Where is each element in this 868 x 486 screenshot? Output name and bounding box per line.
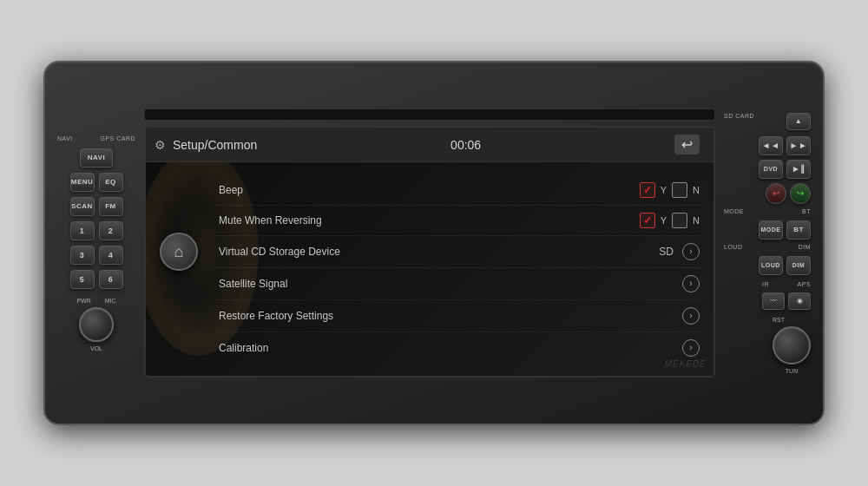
screen-title: Setup/Common xyxy=(173,138,257,152)
vcd-arrow-button[interactable]: › xyxy=(682,243,700,260)
ir-icon: 〰 xyxy=(770,297,777,305)
eject-button[interactable]: ▲ xyxy=(786,113,811,130)
right-top-labels: SD CARD ▲ xyxy=(724,113,811,130)
settings-icon: ⚙ xyxy=(155,138,166,152)
vcd-label: Virtual CD Storage Device xyxy=(219,246,659,258)
calibration-arrow-button[interactable]: › xyxy=(682,339,700,357)
dim-button[interactable]: DIM xyxy=(786,256,811,275)
satellite-arrow-button[interactable]: › xyxy=(682,275,700,292)
back-button[interactable]: ↩ xyxy=(674,135,700,154)
btn-row-menu-eq: MENU EQ xyxy=(57,173,135,192)
beep-y-checkbox[interactable]: ✓ xyxy=(640,182,655,198)
menu-button[interactable]: MENU xyxy=(70,173,95,192)
preset-4-button[interactable]: 4 xyxy=(99,246,123,265)
sd-card-label: SD CARD xyxy=(724,113,754,130)
preset-3-button[interactable]: 3 xyxy=(70,246,95,265)
btn-row-3-4: 3 4 xyxy=(57,246,135,265)
navi-label: NAVI xyxy=(57,135,73,141)
play-pause-button[interactable]: ►‖ xyxy=(786,160,811,179)
right-special: IR APS 〰 ◉ RST TUN xyxy=(762,281,811,374)
pwr-label: PWR xyxy=(76,298,90,304)
call-end-button[interactable]: ↩ xyxy=(766,183,786,204)
left-top-labels: NAVI GPS CARD xyxy=(57,135,135,141)
calibration-label: Calibration xyxy=(219,342,682,354)
preset-5-button[interactable]: 5 xyxy=(70,270,95,289)
menu-item-vcd: Virtual CD Storage Device SD › xyxy=(215,236,703,268)
mute-y-label: Y xyxy=(661,215,667,226)
menu-item-beep: Beep ✓ Y N xyxy=(215,175,703,206)
mute-n-label: N xyxy=(693,215,700,226)
restore-arrow-button[interactable]: › xyxy=(682,307,700,325)
home-button[interactable]: ⌂ xyxy=(160,233,198,271)
call-end-icon: ↩ xyxy=(773,188,779,198)
bt-button[interactable]: BT xyxy=(786,220,811,240)
left-panel: NAVI GPS CARD NAVI MENU EQ SCAN FM 1 2 3… xyxy=(57,135,135,351)
ir-aps-row: 〰 ◉ xyxy=(762,292,811,310)
disc-slot xyxy=(144,108,715,121)
right-panel: SD CARD ▲ ◄◄ ►► DVD ►‖ ↩ ↪ MODE BT MOD xyxy=(724,113,811,374)
next-button[interactable]: ►► xyxy=(786,136,811,155)
loud-dim-row: LOUD DIM xyxy=(724,256,811,275)
menu-item-restore: Restore Factory Settings › xyxy=(215,300,703,332)
scan-button[interactable]: SCAN xyxy=(70,197,95,216)
bt-label: BT xyxy=(802,208,811,214)
screen-time: 00:06 xyxy=(450,138,481,152)
beep-n-checkbox[interactable] xyxy=(672,182,687,198)
loud-dim-labels: LOUD DIM xyxy=(724,244,811,250)
prev-button[interactable]: ◄◄ xyxy=(759,136,783,155)
menu-item-satellite: Satellite Signal › xyxy=(215,268,703,300)
aps-button[interactable]: ◉ xyxy=(788,292,811,310)
beep-controls: ✓ Y N xyxy=(640,182,700,198)
satellite-controls: › xyxy=(682,275,700,292)
beep-label: Beep xyxy=(219,184,640,196)
dvd-button[interactable]: DVD xyxy=(759,160,783,179)
btn-row-scan-fm: SCAN FM xyxy=(57,197,135,216)
mode-button[interactable]: MODE xyxy=(759,220,783,240)
beep-y-checkmark: ✓ xyxy=(643,184,652,196)
btn-row-1-2: 1 2 xyxy=(57,221,135,240)
vol-knob[interactable] xyxy=(79,307,114,342)
mode-label: MODE xyxy=(724,208,744,214)
dvd-row: DVD ►‖ xyxy=(724,160,811,179)
menu-item-mute: Mute When Reversing ✓ Y N xyxy=(215,206,703,236)
home-btn-container: ⌂ xyxy=(160,233,198,271)
mute-n-checkbox[interactable] xyxy=(672,213,687,228)
restore-label: Restore Factory Settings xyxy=(219,310,682,322)
mute-label: Mute When Reversing xyxy=(219,214,640,227)
restore-controls: › xyxy=(682,307,700,325)
tun-label: TUN xyxy=(786,368,798,374)
mode-bt-row: MODE BT xyxy=(724,220,811,240)
fm-button[interactable]: FM xyxy=(99,197,123,216)
loud-label: LOUD xyxy=(724,244,742,250)
mute-y-checkbox[interactable]: ✓ xyxy=(640,213,655,228)
dim-label: DIM xyxy=(799,244,811,250)
home-icon: ⌂ xyxy=(174,243,184,261)
prev-next-row: ◄◄ ►► xyxy=(724,136,811,155)
screen-inner: ⚙ Setup/Common 00:06 ↩ ⌂ Beep xyxy=(146,128,713,376)
call-answer-icon: ↪ xyxy=(797,188,804,198)
vol-section: PWR MIC VOL xyxy=(57,298,135,351)
preset-2-button[interactable]: 2 xyxy=(99,221,123,240)
preset-6-button[interactable]: 6 xyxy=(99,270,123,289)
aps-icon: ◉ xyxy=(797,297,803,305)
satellite-label: Satellite Signal xyxy=(219,278,682,290)
preset-1-button[interactable]: 1 xyxy=(70,221,95,240)
ir-button[interactable]: 〰 xyxy=(762,292,785,310)
loud-button[interactable]: LOUD xyxy=(759,256,783,275)
call-row: ↩ ↪ xyxy=(724,183,811,204)
navi-button[interactable]: NAVI xyxy=(80,148,113,167)
vcd-controls: SD › xyxy=(659,243,700,260)
call-answer-button[interactable]: ↪ xyxy=(790,183,811,204)
btn-row-navi: NAVI xyxy=(57,148,135,167)
aps-label: APS xyxy=(797,281,811,287)
btn-row-5-6: 5 6 xyxy=(57,270,135,289)
eq-button[interactable]: EQ xyxy=(99,173,123,192)
car-stereo-unit: NAVI GPS CARD NAVI MENU EQ SCAN FM 1 2 3… xyxy=(43,61,825,425)
vol-label: VOL xyxy=(90,345,102,351)
tun-knob[interactable] xyxy=(773,326,811,364)
ir-aps-labels: IR APS xyxy=(762,281,811,287)
mute-controls: ✓ Y N xyxy=(640,213,700,228)
rst-label: RST xyxy=(773,317,785,323)
center-screen-container: ⚙ Setup/Common 00:06 ↩ ⌂ Beep xyxy=(144,108,715,378)
right-knob-section: RST TUN xyxy=(773,317,811,374)
